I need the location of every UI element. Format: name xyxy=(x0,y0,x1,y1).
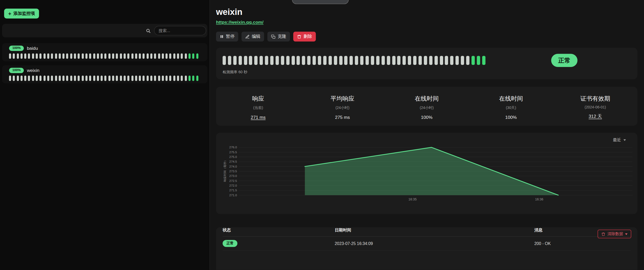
monitor-url-link[interactable]: https://weixin.qq.com/ xyxy=(216,20,263,25)
heartbeat-beat xyxy=(334,56,337,65)
stat-subtitle: (2024-06-01) xyxy=(553,105,637,109)
stat-value: 275 ms xyxy=(300,115,385,120)
events-card: 清除数据 状态 日期时间 消息 正常 2023-07-25 16:34:09 2… xyxy=(216,227,637,270)
heartbeat-beat xyxy=(108,53,110,59)
heartbeat-beat xyxy=(21,53,23,59)
heartbeat-beat xyxy=(139,53,141,59)
heartbeat-beat xyxy=(120,53,122,59)
heartbeat-beat xyxy=(112,53,114,59)
y-tick-label: 272.0 xyxy=(229,184,237,187)
heartbeat-beat xyxy=(40,75,42,81)
event-datetime: 2023-07-25 16:34:09 xyxy=(335,241,534,246)
heartbeat-beat xyxy=(189,75,191,81)
monitor-detail-panel: weixin https://weixin.qq.com/ 暂停 编辑 克隆 xyxy=(210,0,644,270)
heartbeat-beat xyxy=(189,53,191,59)
heartbeat-beat xyxy=(139,75,141,81)
heartbeat-bar xyxy=(9,53,201,59)
heartbeat-beat xyxy=(135,75,137,81)
x-tick-label: 16:35 xyxy=(408,198,417,201)
y-tick-label: 271.0 xyxy=(229,193,237,197)
monitor-item-baidu[interactable]: 100% baidu xyxy=(2,43,207,61)
stat-value: 271 ms xyxy=(216,115,300,120)
heartbeat-beat xyxy=(89,75,91,81)
heartbeat-beat xyxy=(108,75,110,81)
column-datetime: 日期时间 xyxy=(335,227,534,233)
clear-data-button[interactable]: 清除数据 xyxy=(598,230,631,238)
heartbeat-beat xyxy=(477,56,480,65)
heartbeat-beat xyxy=(135,53,137,59)
heartbeat-beat xyxy=(59,75,61,81)
heartbeat-beat xyxy=(376,56,380,65)
heartbeat-beat xyxy=(228,56,231,65)
pause-button[interactable]: 暂停 xyxy=(216,32,238,42)
heartbeat-beat xyxy=(302,56,305,65)
x-tick-label: 16:36 xyxy=(535,198,543,201)
edit-button[interactable]: 编辑 xyxy=(242,32,264,42)
heartbeat-beat xyxy=(166,53,168,59)
heartbeat-beat xyxy=(36,75,38,81)
top-center-pill xyxy=(292,0,349,4)
heartbeat-beat xyxy=(51,53,53,59)
heartbeat-beat xyxy=(127,75,129,81)
heartbeat-beat xyxy=(472,56,475,65)
heartbeat-beat xyxy=(387,56,390,65)
heartbeat-beat xyxy=(131,53,133,59)
heartbeat-beat xyxy=(281,56,284,65)
heartbeat-beat xyxy=(154,53,156,59)
heartbeat-beat xyxy=(329,56,332,65)
heartbeat-beat xyxy=(63,53,65,59)
heartbeat-beat xyxy=(47,75,49,81)
heartbeat-beat xyxy=(146,53,148,59)
delete-button[interactable]: 删除 xyxy=(293,32,316,42)
column-status: 状态 xyxy=(222,227,335,233)
check-interval-label: 检测频率 60 秒 xyxy=(222,70,247,75)
heartbeat-beat xyxy=(344,56,348,65)
heartbeat-beat xyxy=(461,56,464,65)
sidebar: + 添加监控项 100% baidu 100% w xyxy=(0,0,210,270)
heartbeat-beat xyxy=(270,56,274,65)
heartbeat-beat xyxy=(9,75,11,81)
stat-title: 在线时间 xyxy=(469,95,553,103)
stat-value: 100% xyxy=(469,115,553,120)
heartbeat-beat xyxy=(286,56,289,65)
heartbeat-beat xyxy=(32,75,34,81)
monitor-name: baidu xyxy=(27,46,38,51)
clone-button[interactable]: 克隆 xyxy=(267,32,290,42)
add-monitor-button[interactable]: + 添加监控项 xyxy=(4,9,39,19)
uptime-badge: 100% xyxy=(9,46,24,51)
y-tick-label: 275.5 xyxy=(229,150,237,154)
stat-response-current: 响应 (当前) 271 ms xyxy=(216,95,300,126)
heartbeat-beat xyxy=(116,75,118,81)
clear-data-label: 清除数据 xyxy=(608,231,623,237)
monitor-item-weixin[interactable]: 100% weixin xyxy=(2,65,207,83)
heartbeat-beat xyxy=(131,75,133,81)
heartbeat-beat xyxy=(93,53,95,59)
stat-value: 100% xyxy=(385,115,469,120)
stat-cert-expiry: 证书有效期 (2024-06-01) 312 天 xyxy=(553,95,637,126)
search-bar xyxy=(2,24,207,37)
edit-label: 编辑 xyxy=(252,34,260,40)
heartbeat-beat xyxy=(44,75,46,81)
heartbeat-beat xyxy=(162,75,164,81)
heartbeat-beat xyxy=(276,56,279,65)
search-input[interactable] xyxy=(154,26,206,35)
heartbeat-beat xyxy=(21,75,23,81)
heartbeat-beat xyxy=(424,56,427,65)
plus-icon: + xyxy=(8,11,11,16)
heartbeat-beat xyxy=(116,53,118,59)
action-toolbar: 暂停 编辑 克隆 删除 xyxy=(216,32,637,42)
heartbeat-beat xyxy=(429,56,432,65)
heartbeat-beat xyxy=(70,75,72,81)
heartbeat-beat xyxy=(70,53,72,59)
heartbeat-beat xyxy=(244,56,247,65)
heartbeat-beat xyxy=(413,56,417,65)
response-time-chart: 271.0271.5272.0272.5273.0273.5274.0274.5… xyxy=(216,133,637,214)
heartbeat-beat xyxy=(339,56,343,65)
stat-title: 证书有效期 xyxy=(553,95,637,103)
heartbeat-card: 检测频率 60 秒 正常 xyxy=(216,48,637,79)
heartbeat-beat xyxy=(466,56,469,65)
uptime-monitor-app: + 添加监控项 100% baidu 100% w xyxy=(0,0,644,270)
heartbeat-beat xyxy=(63,75,65,81)
y-tick-label: 273.5 xyxy=(229,169,237,173)
heartbeat-beat xyxy=(408,56,411,65)
